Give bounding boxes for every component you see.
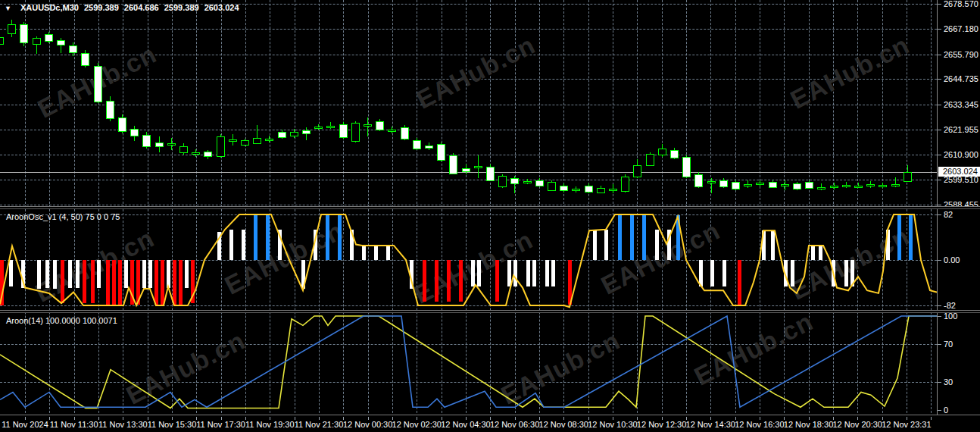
candle bbox=[842, 185, 850, 187]
candle bbox=[805, 182, 813, 189]
price-axis-label: 2621.955 bbox=[944, 125, 978, 134]
candle bbox=[866, 184, 875, 186]
aroon-osc-pane-label: AroonOsc_v1 (4, 50) 75 0 0 75 bbox=[6, 212, 120, 221]
candle bbox=[265, 139, 273, 141]
candle bbox=[719, 180, 728, 187]
candle bbox=[314, 127, 323, 129]
candle bbox=[474, 166, 482, 168]
candle bbox=[217, 136, 225, 157]
candle bbox=[633, 165, 641, 177]
candle bbox=[793, 183, 801, 189]
aroon-axis-label: 30 bbox=[944, 377, 953, 387]
candle bbox=[142, 135, 151, 147]
candle bbox=[20, 24, 28, 43]
high-value: 2604.686 bbox=[124, 3, 159, 12]
candle bbox=[94, 66, 102, 102]
candle bbox=[756, 183, 764, 185]
horizontal-gridline bbox=[0, 130, 937, 130]
candle bbox=[707, 181, 716, 183]
candle bbox=[57, 40, 65, 45]
oscillator-axis-tick bbox=[938, 214, 941, 215]
aroon-axis-tick bbox=[938, 382, 941, 383]
aroon-down-line bbox=[0, 312, 937, 415]
price-axis-tick bbox=[938, 180, 941, 180]
candle bbox=[413, 140, 421, 149]
candle bbox=[646, 154, 654, 166]
candle bbox=[118, 117, 126, 132]
candle bbox=[621, 177, 629, 192]
candle bbox=[891, 184, 900, 186]
candle bbox=[0, 37, 4, 44]
candle bbox=[155, 142, 164, 147]
symbol-timeframe-label: XAUUSDc,M30 bbox=[20, 3, 79, 12]
candle bbox=[597, 188, 605, 193]
candle bbox=[388, 130, 396, 132]
aroon-osc-signal-line bbox=[0, 208, 937, 310]
mt4-chart-window: EAHub.cnEAHub.cnEAHub.cnEAHub.cnEAHub.cn… bbox=[0, 0, 980, 432]
candle bbox=[229, 139, 237, 142]
time-axis[interactable]: 11 Nov 202411 Nov 11:3011 Nov 13:3011 No… bbox=[0, 417, 980, 432]
horizontal-gridline bbox=[0, 29, 937, 30]
symbol-dropdown-icon[interactable]: ▼ bbox=[5, 5, 11, 12]
candle bbox=[535, 180, 544, 186]
price-axis-tick bbox=[938, 55, 941, 55]
candle bbox=[830, 186, 838, 188]
candle bbox=[339, 124, 348, 138]
candle bbox=[498, 176, 507, 187]
candle bbox=[560, 186, 568, 191]
price-axis-label: 2655.790 bbox=[944, 50, 978, 59]
candle bbox=[106, 101, 114, 119]
candle bbox=[326, 126, 335, 128]
candle bbox=[694, 174, 703, 187]
oscillator-axis-label: -82 bbox=[944, 301, 956, 310]
candle bbox=[130, 129, 139, 136]
price-axis-tick bbox=[938, 4, 941, 5]
candle bbox=[879, 185, 887, 187]
candle bbox=[8, 24, 16, 35]
watermark-text: EAHub.cn bbox=[785, 30, 914, 114]
current-price-line bbox=[0, 172, 937, 173]
candle bbox=[486, 167, 495, 181]
candle bbox=[609, 189, 617, 191]
candle bbox=[548, 182, 556, 191]
candle bbox=[351, 123, 360, 142]
current-price-badge: 2603.024 bbox=[938, 167, 980, 177]
candle bbox=[658, 149, 666, 155]
candle bbox=[817, 187, 826, 189]
candle bbox=[523, 181, 532, 183]
candle bbox=[769, 182, 777, 188]
aroon-axis-tick bbox=[938, 410, 941, 411]
price-axis-tick bbox=[938, 130, 941, 130]
candle bbox=[253, 138, 261, 144]
candle bbox=[585, 186, 593, 193]
price-axis-label: 2667.180 bbox=[944, 24, 978, 33]
aroon-axis-label: 0 bbox=[944, 405, 948, 415]
low-value: 2599.389 bbox=[164, 3, 199, 12]
candle bbox=[462, 168, 470, 172]
candle bbox=[854, 186, 863, 188]
aroon-axis-tick bbox=[938, 316, 941, 317]
open-value: 2599.389 bbox=[84, 3, 119, 12]
candle bbox=[401, 127, 409, 139]
oscillator-axis-label: 0.00 bbox=[944, 255, 960, 265]
price-axis-tick bbox=[938, 29, 941, 30]
candle bbox=[167, 143, 176, 146]
price-axis-label: 2644.735 bbox=[944, 74, 978, 83]
candle bbox=[364, 124, 372, 127]
horizontal-gridline bbox=[0, 180, 937, 180]
chart-header: ▼XAUUSDc,M302599.3892604.6862599.3892603… bbox=[5, 3, 245, 12]
oscillator-axis-label: 82 bbox=[944, 210, 953, 219]
time-axis-label: 12 Nov 23:31 bbox=[872, 420, 941, 429]
candle bbox=[510, 178, 519, 184]
candle bbox=[376, 121, 384, 130]
candle bbox=[192, 152, 200, 155]
pane-separator-2[interactable] bbox=[0, 310, 980, 313]
price-axis-tick bbox=[938, 79, 941, 80]
watermark-text: EAHub.cn bbox=[411, 30, 540, 114]
close-value: 2603.024 bbox=[204, 3, 239, 12]
pane-separator-1[interactable] bbox=[0, 206, 980, 209]
candle bbox=[45, 34, 53, 42]
candle-wick bbox=[711, 178, 712, 194]
price-axis-tick bbox=[938, 105, 941, 105]
candle bbox=[732, 182, 740, 189]
